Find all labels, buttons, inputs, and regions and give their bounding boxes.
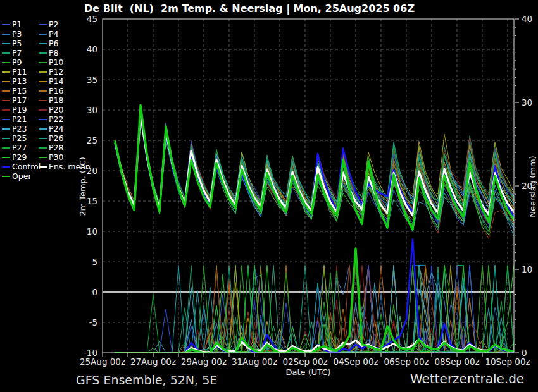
legend-swatch <box>2 52 10 54</box>
legend-swatch <box>39 166 47 168</box>
svg-text:31Aug 00z: 31Aug 00z <box>232 357 277 367</box>
legend-swatch <box>2 62 10 63</box>
legend-swatch <box>2 34 10 35</box>
legend-label: P30 <box>49 152 63 162</box>
legend-swatch <box>2 147 10 149</box>
legend-item-p29: P29 <box>2 152 39 162</box>
ensemble-legend: P1P2P3P4P5P6P7P8P9P10P11P12P13P14P15P16P… <box>2 20 79 181</box>
svg-text:15: 15 <box>87 196 97 206</box>
legend-label: P11 <box>12 67 27 77</box>
legend-label: P25 <box>12 133 27 143</box>
svg-text:10Sep 00z: 10Sep 00z <box>485 357 530 367</box>
legend-swatch <box>39 52 47 54</box>
legend-item-oper: Oper <box>2 171 39 181</box>
legend-swatch <box>39 157 47 158</box>
svg-text:0: 0 <box>92 287 97 297</box>
svg-text:30: 30 <box>87 105 97 115</box>
legend-swatch <box>2 138 10 139</box>
svg-text:08Sep 00z: 08Sep 00z <box>434 357 479 367</box>
legend-label: P15 <box>12 86 27 95</box>
legend-swatch <box>2 109 10 111</box>
y-axis-label-temp: 2m Temp. (°C) <box>78 104 88 269</box>
legend-label: Oper <box>12 171 32 181</box>
legend-item-p21: P21 <box>2 114 39 124</box>
legend-swatch <box>2 71 10 73</box>
svg-text:10: 10 <box>87 226 97 236</box>
legend-item-p11: P11 <box>2 67 39 77</box>
legend-label: P29 <box>12 152 27 162</box>
legend-label: P28 <box>49 143 63 152</box>
legend-item-p8: P8 <box>39 48 79 58</box>
svg-text:25: 25 <box>87 135 97 145</box>
legend-item-p4: P4 <box>39 29 79 39</box>
legend-label: P18 <box>49 95 63 105</box>
legend-swatch <box>2 24 10 25</box>
grid-lines <box>103 19 514 353</box>
legend-swatch <box>39 100 47 101</box>
legend-swatch <box>39 81 47 82</box>
model-info-text: GFS Ensemble, 52N, 5E <box>76 373 217 387</box>
legend-swatch <box>2 81 10 82</box>
legend-label: P23 <box>12 124 27 133</box>
legend-swatch <box>39 90 47 92</box>
legend-item-p28: P28 <box>39 143 79 152</box>
legend-swatch <box>2 119 10 120</box>
chart-title: De Bilt (NL) 2m Temp. & Neerslag | Mon, … <box>0 3 499 15</box>
legend-label: P7 <box>12 48 22 58</box>
legend-swatch <box>39 24 47 25</box>
svg-text:-5: -5 <box>89 317 97 328</box>
legend-item-p14: P14 <box>39 77 79 86</box>
legend-swatch <box>39 43 47 44</box>
legend-item-p5: P5 <box>2 39 39 48</box>
legend-item-p26: P26 <box>39 133 79 143</box>
legend-swatch <box>39 147 47 149</box>
svg-text:35: 35 <box>87 75 97 85</box>
legend-item-p24: P24 <box>39 124 79 133</box>
svg-text:27Aug 00z: 27Aug 00z <box>130 357 176 367</box>
x-axis-label: Date (UTC) <box>245 367 372 377</box>
legend-swatch <box>39 34 47 35</box>
legend-item-p30: P30 <box>39 152 79 162</box>
legend-swatch <box>2 176 10 177</box>
legend-label: P8 <box>49 48 59 58</box>
legend-item-p1: P1 <box>2 20 39 29</box>
legend-label: P10 <box>49 58 63 67</box>
svg-text:40: 40 <box>522 14 532 24</box>
svg-text:25Aug 00z: 25Aug 00z <box>80 357 125 367</box>
legend-item-p12: P12 <box>39 67 79 77</box>
legend-swatch <box>39 109 47 111</box>
plot-frame <box>103 19 514 353</box>
svg-text:5: 5 <box>92 257 97 267</box>
legend-label: P4 <box>49 29 59 39</box>
legend-item-p15: P15 <box>2 86 39 95</box>
legend-item-p9: P9 <box>2 58 39 67</box>
legend-item-p7: P7 <box>2 48 39 58</box>
legend-label: P26 <box>49 133 63 143</box>
legend-swatch <box>39 71 47 73</box>
legend-item-p19: P19 <box>2 105 39 114</box>
legend-label: Control <box>12 162 41 171</box>
legend-swatch <box>39 128 47 130</box>
legend-swatch <box>2 90 10 92</box>
legend-swatch <box>39 119 47 120</box>
legend-swatch <box>2 157 10 158</box>
legend-swatch <box>2 128 10 130</box>
legend-item-p25: P25 <box>2 133 39 143</box>
ensemble-member-lines <box>115 106 514 353</box>
legend-label: P12 <box>49 67 63 77</box>
legend-label: P24 <box>49 124 63 133</box>
legend-label: P6 <box>49 39 59 48</box>
legend-item-p3: P3 <box>2 29 39 39</box>
svg-text:04Sep 00z: 04Sep 00z <box>333 357 378 367</box>
legend-label: P2 <box>49 20 59 29</box>
legend-item-ens-mean: Ens. mean <box>39 162 79 171</box>
y-axis-label-precip: Neerslag (mm) <box>528 104 538 269</box>
legend-label: P20 <box>49 105 63 114</box>
legend-item-p23: P23 <box>2 124 39 133</box>
legend-item-p10: P10 <box>39 58 79 67</box>
legend-swatch <box>2 100 10 101</box>
legend-label: P5 <box>12 39 22 48</box>
legend-label: P22 <box>49 114 63 124</box>
svg-text:45: 45 <box>87 14 97 24</box>
legend-swatch <box>39 62 47 63</box>
